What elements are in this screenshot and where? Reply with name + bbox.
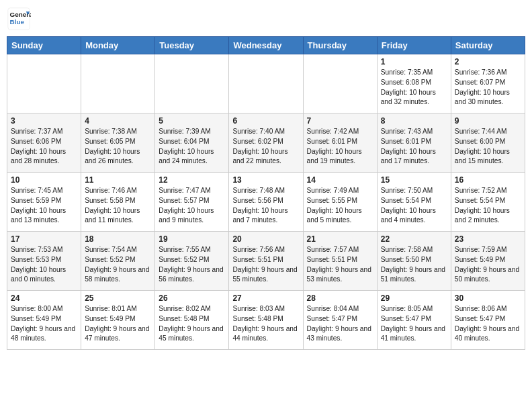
day-info: Sunrise: 7:56 AM Sunset: 5:51 PM Dayligh… [232, 245, 299, 285]
day-number: 13 [232, 175, 299, 185]
day-number: 30 [455, 293, 521, 303]
day-info: Sunrise: 8:06 AM Sunset: 5:47 PM Dayligh… [455, 304, 521, 344]
calendar-week-row: 10Sunrise: 7:45 AM Sunset: 5:59 PM Dayli… [7, 173, 525, 232]
day-number: 3 [11, 116, 77, 126]
day-number: 9 [455, 116, 521, 126]
day-info: Sunrise: 7:38 AM Sunset: 6:05 PM Dayligh… [85, 127, 151, 167]
day-number: 2 [455, 57, 521, 66]
day-info: Sunrise: 7:35 AM Sunset: 6:08 PM Dayligh… [381, 68, 447, 107]
calendar-day-cell [7, 54, 81, 113]
calendar-day-cell: 29Sunrise: 8:05 AM Sunset: 5:47 PM Dayli… [377, 291, 451, 350]
day-info: Sunrise: 7:59 AM Sunset: 5:49 PM Dayligh… [455, 245, 521, 285]
calendar-day-cell: 4Sunrise: 7:38 AM Sunset: 6:05 PM Daylig… [81, 113, 155, 173]
calendar-day-header: Sunday [7, 37, 81, 54]
day-info: Sunrise: 8:03 AM Sunset: 5:48 PM Dayligh… [232, 304, 299, 344]
calendar-day-cell: 18Sunrise: 7:54 AM Sunset: 5:52 PM Dayli… [81, 232, 155, 291]
day-info: Sunrise: 7:52 AM Sunset: 5:54 PM Dayligh… [455, 186, 521, 226]
calendar-day-cell: 25Sunrise: 8:01 AM Sunset: 5:49 PM Dayli… [81, 291, 155, 350]
calendar-day-cell: 26Sunrise: 8:02 AM Sunset: 5:48 PM Dayli… [155, 291, 229, 350]
day-number: 10 [11, 175, 77, 185]
day-info: Sunrise: 7:39 AM Sunset: 6:04 PM Dayligh… [159, 127, 225, 167]
calendar-day-cell: 11Sunrise: 7:46 AM Sunset: 5:58 PM Dayli… [81, 173, 155, 232]
calendar-day-cell: 23Sunrise: 7:59 AM Sunset: 5:49 PM Dayli… [451, 232, 525, 291]
day-info: Sunrise: 7:40 AM Sunset: 6:02 PM Dayligh… [232, 127, 299, 167]
calendar-day-cell: 15Sunrise: 7:50 AM Sunset: 5:54 PM Dayli… [377, 173, 451, 232]
calendar-day-header: Wednesday [229, 37, 303, 54]
calendar-day-cell [229, 54, 303, 113]
calendar-day-cell: 16Sunrise: 7:52 AM Sunset: 5:54 PM Dayli… [451, 173, 525, 232]
calendar-week-row: 3Sunrise: 7:37 AM Sunset: 6:06 PM Daylig… [7, 113, 525, 173]
day-info: Sunrise: 7:54 AM Sunset: 5:52 PM Dayligh… [85, 245, 151, 285]
day-number: 28 [307, 293, 373, 303]
day-number: 21 [307, 234, 373, 244]
calendar-day-cell: 19Sunrise: 7:55 AM Sunset: 5:52 PM Dayli… [155, 232, 229, 291]
day-number: 26 [159, 293, 225, 303]
day-info: Sunrise: 7:43 AM Sunset: 6:01 PM Dayligh… [381, 127, 447, 167]
calendar-day-cell: 28Sunrise: 8:04 AM Sunset: 5:47 PM Dayli… [303, 291, 377, 350]
calendar-header-row: SundayMondayTuesdayWednesdayThursdayFrid… [7, 37, 525, 54]
calendar-day-cell: 8Sunrise: 7:43 AM Sunset: 6:01 PM Daylig… [377, 113, 451, 173]
day-number: 11 [85, 175, 151, 185]
calendar-day-cell: 12Sunrise: 7:47 AM Sunset: 5:57 PM Dayli… [155, 173, 229, 232]
calendar-day-header: Friday [377, 37, 451, 54]
page-header: General Blue [7, 7, 525, 31]
day-number: 4 [85, 116, 151, 126]
logo-icon: General Blue [7, 7, 31, 31]
calendar-week-row: 17Sunrise: 7:53 AM Sunset: 5:53 PM Dayli… [7, 232, 525, 291]
calendar-day-cell: 14Sunrise: 7:49 AM Sunset: 5:55 PM Dayli… [303, 173, 377, 232]
day-info: Sunrise: 7:36 AM Sunset: 6:07 PM Dayligh… [455, 68, 521, 107]
calendar-day-cell: 5Sunrise: 7:39 AM Sunset: 6:04 PM Daylig… [155, 113, 229, 173]
calendar-day-cell: 3Sunrise: 7:37 AM Sunset: 6:06 PM Daylig… [7, 113, 81, 173]
calendar-day-cell [155, 54, 229, 113]
day-info: Sunrise: 7:37 AM Sunset: 6:06 PM Dayligh… [11, 127, 77, 167]
day-number: 1 [381, 57, 447, 66]
calendar-week-row: 1Sunrise: 7:35 AM Sunset: 6:08 PM Daylig… [7, 54, 525, 113]
day-number: 19 [159, 234, 225, 244]
calendar-day-cell: 17Sunrise: 7:53 AM Sunset: 5:53 PM Dayli… [7, 232, 81, 291]
calendar-day-cell: 1Sunrise: 7:35 AM Sunset: 6:08 PM Daylig… [377, 54, 451, 113]
calendar-day-cell: 13Sunrise: 7:48 AM Sunset: 5:56 PM Dayli… [229, 173, 303, 232]
calendar-day-cell: 24Sunrise: 8:00 AM Sunset: 5:49 PM Dayli… [7, 291, 81, 350]
day-number: 25 [85, 293, 151, 303]
calendar-day-cell: 20Sunrise: 7:56 AM Sunset: 5:51 PM Dayli… [229, 232, 303, 291]
day-info: Sunrise: 8:01 AM Sunset: 5:49 PM Dayligh… [85, 304, 151, 344]
day-info: Sunrise: 8:04 AM Sunset: 5:47 PM Dayligh… [307, 304, 373, 344]
day-number: 8 [381, 116, 447, 126]
day-number: 24 [11, 293, 77, 303]
calendar-day-header: Tuesday [155, 37, 229, 54]
day-number: 29 [381, 293, 447, 303]
calendar-day-cell: 21Sunrise: 7:57 AM Sunset: 5:51 PM Dayli… [303, 232, 377, 291]
svg-text:Blue: Blue [10, 18, 25, 26]
day-info: Sunrise: 7:45 AM Sunset: 5:59 PM Dayligh… [11, 186, 77, 226]
day-number: 22 [381, 234, 447, 244]
day-info: Sunrise: 7:42 AM Sunset: 6:01 PM Dayligh… [307, 127, 373, 167]
calendar-day-header: Thursday [303, 37, 377, 54]
day-number: 17 [11, 234, 77, 244]
day-info: Sunrise: 7:48 AM Sunset: 5:56 PM Dayligh… [232, 186, 299, 226]
calendar-day-header: Monday [81, 37, 155, 54]
day-number: 27 [232, 293, 299, 303]
logo: General Blue [7, 7, 31, 31]
calendar-week-row: 24Sunrise: 8:00 AM Sunset: 5:49 PM Dayli… [7, 291, 525, 350]
day-number: 5 [159, 116, 225, 126]
day-number: 14 [307, 175, 373, 185]
day-info: Sunrise: 7:58 AM Sunset: 5:50 PM Dayligh… [381, 245, 447, 285]
day-info: Sunrise: 7:49 AM Sunset: 5:55 PM Dayligh… [307, 186, 373, 226]
calendar-day-cell: 27Sunrise: 8:03 AM Sunset: 5:48 PM Dayli… [229, 291, 303, 350]
day-number: 18 [85, 234, 151, 244]
day-info: Sunrise: 7:57 AM Sunset: 5:51 PM Dayligh… [307, 245, 373, 285]
day-info: Sunrise: 7:50 AM Sunset: 5:54 PM Dayligh… [381, 186, 447, 226]
calendar-day-cell: 7Sunrise: 7:42 AM Sunset: 6:01 PM Daylig… [303, 113, 377, 173]
day-number: 20 [232, 234, 299, 244]
calendar-day-cell: 6Sunrise: 7:40 AM Sunset: 6:02 PM Daylig… [229, 113, 303, 173]
calendar-day-cell: 10Sunrise: 7:45 AM Sunset: 5:59 PM Dayli… [7, 173, 81, 232]
calendar-day-cell: 2Sunrise: 7:36 AM Sunset: 6:07 PM Daylig… [451, 54, 525, 113]
calendar-day-cell [303, 54, 377, 113]
day-number: 12 [159, 175, 225, 185]
day-info: Sunrise: 8:00 AM Sunset: 5:49 PM Dayligh… [11, 304, 77, 344]
calendar-day-cell: 22Sunrise: 7:58 AM Sunset: 5:50 PM Dayli… [377, 232, 451, 291]
day-number: 16 [455, 175, 521, 185]
day-info: Sunrise: 7:44 AM Sunset: 6:00 PM Dayligh… [455, 127, 521, 167]
day-number: 15 [381, 175, 447, 185]
day-info: Sunrise: 7:46 AM Sunset: 5:58 PM Dayligh… [85, 186, 151, 226]
